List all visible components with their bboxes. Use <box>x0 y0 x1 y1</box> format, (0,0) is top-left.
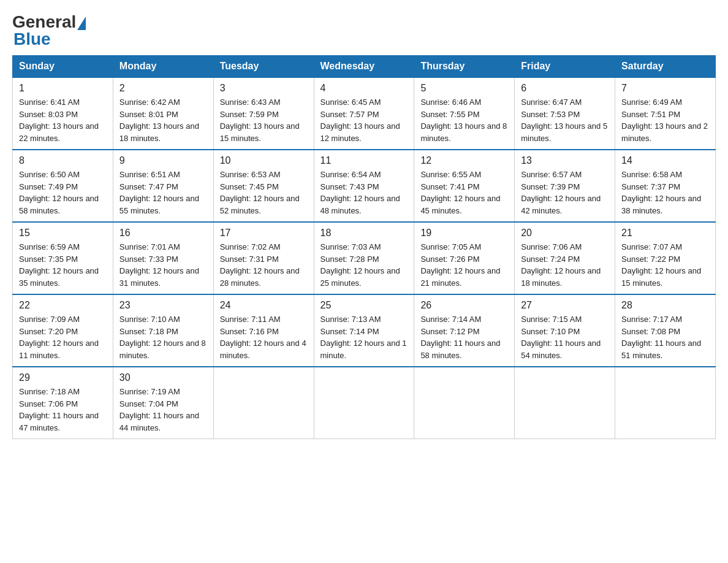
sunrise-text: Sunrise: 7:17 AM <box>621 315 682 324</box>
sunset-text: Sunset: 7:53 PM <box>521 110 580 119</box>
calendar-day-cell: 21 Sunrise: 7:07 AM Sunset: 7:22 PM Dayl… <box>615 222 716 294</box>
sunrise-text: Sunrise: 6:57 AM <box>521 170 582 179</box>
sunrise-text: Sunrise: 6:43 AM <box>220 98 281 107</box>
sunrise-text: Sunrise: 7:02 AM <box>220 242 281 251</box>
calendar-day-cell <box>615 367 716 439</box>
sunset-text: Sunset: 7:28 PM <box>320 255 379 264</box>
sunrise-text: Sunrise: 7:09 AM <box>19 315 80 324</box>
sunrise-text: Sunrise: 6:41 AM <box>19 98 80 107</box>
sunrise-text: Sunrise: 6:49 AM <box>621 98 682 107</box>
day-number: 12 <box>420 155 508 166</box>
sunset-text: Sunset: 7:37 PM <box>621 182 680 191</box>
calendar-day-header: Tuesday <box>213 56 314 78</box>
sunset-text: Sunset: 7:43 PM <box>320 182 379 191</box>
sunrise-text: Sunrise: 6:58 AM <box>621 170 682 179</box>
day-info: Sunrise: 7:15 AM Sunset: 7:10 PM Dayligh… <box>521 313 609 361</box>
day-info: Sunrise: 6:50 AM Sunset: 7:49 PM Dayligh… <box>19 169 107 216</box>
day-info: Sunrise: 7:18 AM Sunset: 7:06 PM Dayligh… <box>19 386 107 434</box>
sunrise-text: Sunrise: 7:11 AM <box>220 315 281 324</box>
sunrise-text: Sunrise: 7:13 AM <box>320 315 381 324</box>
calendar-day-cell: 12 Sunrise: 6:55 AM Sunset: 7:41 PM Dayl… <box>414 150 515 222</box>
sunset-text: Sunset: 7:26 PM <box>420 255 479 264</box>
sunset-text: Sunset: 7:12 PM <box>420 327 479 336</box>
day-info: Sunrise: 6:57 AM Sunset: 7:39 PM Dayligh… <box>521 169 609 216</box>
calendar-week-row: 29 Sunrise: 7:18 AM Sunset: 7:06 PM Dayl… <box>13 367 716 439</box>
day-number: 20 <box>521 228 609 239</box>
sunrise-text: Sunrise: 7:15 AM <box>521 315 582 324</box>
day-number: 4 <box>320 83 408 94</box>
sunset-text: Sunset: 7:33 PM <box>119 255 178 264</box>
calendar-day-cell: 8 Sunrise: 6:50 AM Sunset: 7:49 PM Dayli… <box>13 150 113 222</box>
calendar-day-cell: 29 Sunrise: 7:18 AM Sunset: 7:06 PM Dayl… <box>13 367 113 439</box>
calendar-day-cell: 4 Sunrise: 6:45 AM Sunset: 7:57 PM Dayli… <box>314 77 414 150</box>
calendar-day-cell <box>515 367 615 439</box>
day-info: Sunrise: 6:47 AM Sunset: 7:53 PM Dayligh… <box>521 96 609 144</box>
sunset-text: Sunset: 7:08 PM <box>621 327 680 336</box>
daylight-text: Daylight: 12 hours and 25 minutes. <box>320 266 400 288</box>
day-info: Sunrise: 6:59 AM Sunset: 7:35 PM Dayligh… <box>19 241 107 289</box>
sunset-text: Sunset: 7:57 PM <box>320 110 379 119</box>
day-info: Sunrise: 7:17 AM Sunset: 7:08 PM Dayligh… <box>621 313 709 361</box>
day-number: 17 <box>220 228 308 239</box>
sunset-text: Sunset: 7:47 PM <box>119 182 178 191</box>
calendar-day-cell: 10 Sunrise: 6:53 AM Sunset: 7:45 PM Dayl… <box>213 150 314 222</box>
day-info: Sunrise: 6:54 AM Sunset: 7:43 PM Dayligh… <box>320 169 408 216</box>
day-number: 21 <box>621 228 709 239</box>
day-info: Sunrise: 7:07 AM Sunset: 7:22 PM Dayligh… <box>621 241 709 289</box>
day-info: Sunrise: 6:51 AM Sunset: 7:47 PM Dayligh… <box>119 169 207 216</box>
calendar-day-cell: 17 Sunrise: 7:02 AM Sunset: 7:31 PM Dayl… <box>213 222 314 294</box>
sunrise-text: Sunrise: 6:50 AM <box>19 170 80 179</box>
sunset-text: Sunset: 7:18 PM <box>119 327 178 336</box>
day-number: 10 <box>220 155 308 166</box>
calendar-day-cell: 25 Sunrise: 7:13 AM Sunset: 7:14 PM Dayl… <box>314 294 414 367</box>
calendar-body: 1 Sunrise: 6:41 AM Sunset: 8:03 PM Dayli… <box>13 77 716 439</box>
daylight-text: Daylight: 12 hours and 45 minutes. <box>420 194 500 215</box>
day-info: Sunrise: 7:06 AM Sunset: 7:24 PM Dayligh… <box>521 241 609 289</box>
sunset-text: Sunset: 7:24 PM <box>521 255 580 264</box>
daylight-text: Daylight: 13 hours and 5 minutes. <box>521 121 607 143</box>
calendar-day-cell: 14 Sunrise: 6:58 AM Sunset: 7:37 PM Dayl… <box>615 150 716 222</box>
daylight-text: Daylight: 12 hours and 35 minutes. <box>19 266 99 288</box>
day-info: Sunrise: 6:53 AM Sunset: 7:45 PM Dayligh… <box>220 169 308 216</box>
daylight-text: Daylight: 12 hours and 31 minutes. <box>119 266 199 288</box>
sunrise-text: Sunrise: 6:47 AM <box>521 98 582 107</box>
day-number: 3 <box>220 83 308 94</box>
calendar-day-cell: 11 Sunrise: 6:54 AM Sunset: 7:43 PM Dayl… <box>314 150 414 222</box>
sunset-text: Sunset: 8:03 PM <box>19 110 78 119</box>
day-info: Sunrise: 7:13 AM Sunset: 7:14 PM Dayligh… <box>320 313 408 361</box>
day-number: 28 <box>621 300 709 311</box>
daylight-text: Daylight: 12 hours and 1 minute. <box>320 339 407 360</box>
calendar-day-cell: 2 Sunrise: 6:42 AM Sunset: 8:01 PM Dayli… <box>113 77 213 150</box>
calendar-day-cell: 28 Sunrise: 7:17 AM Sunset: 7:08 PM Dayl… <box>615 294 716 367</box>
daylight-text: Daylight: 12 hours and 58 minutes. <box>19 194 99 215</box>
sunrise-text: Sunrise: 7:07 AM <box>621 242 682 251</box>
day-info: Sunrise: 7:09 AM Sunset: 7:20 PM Dayligh… <box>19 313 107 361</box>
sunset-text: Sunset: 7:20 PM <box>19 327 78 336</box>
day-number: 11 <box>320 155 408 166</box>
daylight-text: Daylight: 11 hours and 58 minutes. <box>420 339 500 360</box>
sunrise-text: Sunrise: 7:19 AM <box>119 387 180 396</box>
sunset-text: Sunset: 7:39 PM <box>521 182 580 191</box>
daylight-text: Daylight: 13 hours and 12 minutes. <box>320 121 400 143</box>
day-info: Sunrise: 6:49 AM Sunset: 7:51 PM Dayligh… <box>621 96 709 144</box>
sunrise-text: Sunrise: 7:10 AM <box>119 315 180 324</box>
daylight-text: Daylight: 12 hours and 38 minutes. <box>621 194 701 215</box>
day-number: 30 <box>119 372 207 383</box>
daylight-text: Daylight: 13 hours and 18 minutes. <box>119 121 199 143</box>
day-info: Sunrise: 6:43 AM Sunset: 7:59 PM Dayligh… <box>220 96 308 144</box>
daylight-text: Daylight: 11 hours and 51 minutes. <box>621 339 701 360</box>
calendar-day-cell: 18 Sunrise: 7:03 AM Sunset: 7:28 PM Dayl… <box>314 222 414 294</box>
day-info: Sunrise: 6:55 AM Sunset: 7:41 PM Dayligh… <box>420 169 508 216</box>
calendar-table: SundayMondayTuesdayWednesdayThursdayFrid… <box>12 55 716 439</box>
calendar-day-cell: 7 Sunrise: 6:49 AM Sunset: 7:51 PM Dayli… <box>615 77 716 150</box>
calendar-day-cell: 13 Sunrise: 6:57 AM Sunset: 7:39 PM Dayl… <box>515 150 615 222</box>
sunrise-text: Sunrise: 7:03 AM <box>320 242 381 251</box>
day-number: 26 <box>420 300 508 311</box>
sunset-text: Sunset: 7:51 PM <box>621 110 680 119</box>
calendar-day-cell: 3 Sunrise: 6:43 AM Sunset: 7:59 PM Dayli… <box>213 77 314 150</box>
daylight-text: Daylight: 13 hours and 2 minutes. <box>621 121 708 143</box>
sunrise-text: Sunrise: 7:06 AM <box>521 242 582 251</box>
daylight-text: Daylight: 13 hours and 15 minutes. <box>220 121 300 143</box>
calendar-day-cell: 23 Sunrise: 7:10 AM Sunset: 7:18 PM Dayl… <box>113 294 213 367</box>
daylight-text: Daylight: 12 hours and 55 minutes. <box>119 194 199 215</box>
